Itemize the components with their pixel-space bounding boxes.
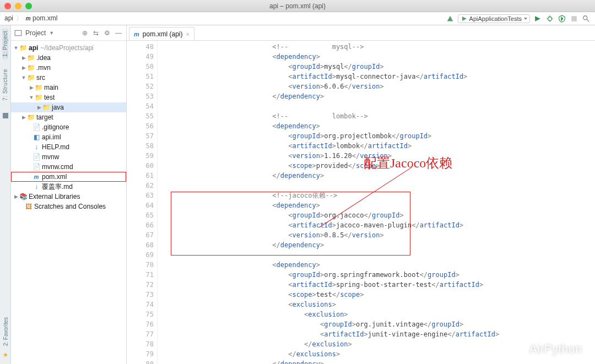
tree-apiiml[interactable]: ◧api.iml: [11, 132, 126, 142]
gutter-structure[interactable]: 7: Structure: [2, 67, 8, 103]
maven-file-icon: m: [134, 31, 139, 37]
minimize-window-icon[interactable]: [15, 3, 21, 9]
tree-java[interactable]: ▶📁java: [11, 102, 126, 112]
tab-pom[interactable]: m pom.xml (api) ×: [129, 27, 194, 40]
coverage-run-icon[interactable]: [558, 14, 566, 23]
tree-gitignore[interactable]: 📄.gitignore: [11, 122, 126, 132]
svg-point-0: [548, 17, 552, 20]
tree-target[interactable]: ▶📁target: [11, 112, 126, 122]
run-config-label: ApiApplicationTests: [469, 15, 522, 22]
editor: m pom.xml (api) × 4849505152535455565758…: [127, 25, 595, 364]
gear-icon[interactable]: ⚙: [104, 29, 112, 37]
svg-line-7: [587, 19, 589, 21]
gutter-square-icon[interactable]: [3, 113, 8, 118]
collapse-icon[interactable]: ⇆: [93, 29, 101, 37]
tree-root-label: api: [29, 44, 38, 52]
tree-scratch[interactable]: 🖼Scratches and Consoles: [11, 202, 126, 211]
maven-file-icon: m: [32, 174, 41, 180]
tree-test[interactable]: ▼📁test: [11, 93, 126, 102]
sidebar-header: Project ▼ ⊕ ⇆ ⚙ —: [11, 25, 126, 41]
project-icon: [14, 29, 22, 37]
tree-ext-libs[interactable]: ▶📚External Libraries: [11, 192, 126, 202]
tree-coverage[interactable]: ↓覆盖率.md: [11, 182, 126, 192]
tool-gutter-left: 1: Project 7: Structure: [0, 25, 11, 364]
code-area[interactable]: <!-- mysql--> <dependency> <groupId>mysq…: [158, 41, 595, 364]
titlebar: api – pom.xml (api): [0, 0, 595, 12]
project-sidebar: Project ▼ ⊕ ⇆ ⚙ — ▼📁api~/IdeaProjects/ap…: [11, 25, 127, 364]
line-gutter: 4849505152535455565758596061626364656667…: [127, 41, 158, 364]
run-config-selector[interactable]: ApiApplicationTests: [458, 14, 530, 23]
breadcrumb[interactable]: api 〉 m pom.xml: [4, 14, 57, 23]
project-tree[interactable]: ▼📁api~/IdeaProjects/api ▶📁.idea ▶📁.mvn ▼…: [11, 41, 126, 364]
search-icon[interactable]: [582, 14, 591, 23]
star-icon: ★: [3, 351, 8, 358]
tree-mvnw[interactable]: 📄mvnw: [11, 152, 126, 162]
gutter-project[interactable]: 1: Project: [2, 29, 8, 59]
tree-src[interactable]: ▼📁src: [11, 73, 126, 83]
tree-main[interactable]: ▶📁main: [11, 83, 126, 93]
run-icon[interactable]: [533, 14, 542, 23]
tree-pom[interactable]: mpom.xml: [11, 172, 126, 182]
sidebar-title: Project: [25, 29, 46, 37]
tree-help[interactable]: ↓HELP.md: [11, 142, 126, 152]
window-controls[interactable]: [4, 3, 32, 9]
close-window-icon[interactable]: [4, 3, 11, 9]
breadcrumb-file[interactable]: pom.xml: [33, 14, 57, 22]
gutter-favorites[interactable]: 2: Favorites: [3, 317, 9, 346]
tree-root[interactable]: ▼📁api~/IdeaProjects/api: [11, 43, 126, 53]
tree-mvnwcmd[interactable]: 📄mvnw.cmd: [11, 162, 126, 172]
tool-gutter-bottom-left: 2: Favorites ★: [0, 317, 11, 364]
close-icon[interactable]: ×: [186, 31, 189, 37]
breadcrumb-root[interactable]: api: [4, 14, 13, 22]
maven-file-icon: m: [26, 15, 31, 21]
tree-root-path: ~/IdeaProjects/api: [40, 44, 93, 52]
navbar: api 〉 m pom.xml ApiApplicationTests: [0, 12, 595, 25]
tree-mvn[interactable]: ▶📁.mvn: [11, 63, 126, 73]
maximize-window-icon[interactable]: [25, 3, 32, 9]
tree-idea[interactable]: ▶📁.idea: [11, 53, 126, 63]
svg-rect-8: [15, 30, 21, 35]
target-icon[interactable]: ⊕: [82, 29, 90, 37]
editor-tabs: m pom.xml (api) ×: [127, 25, 595, 41]
tab-label: pom.xml (api): [143, 30, 183, 38]
window-title: api – pom.xml (api): [0, 2, 595, 10]
build-icon[interactable]: [446, 14, 455, 23]
svg-rect-5: [571, 16, 577, 21]
hide-icon[interactable]: —: [115, 29, 123, 37]
debug-icon[interactable]: [545, 14, 554, 23]
svg-point-6: [583, 15, 587, 19]
stop-icon: [570, 14, 578, 23]
